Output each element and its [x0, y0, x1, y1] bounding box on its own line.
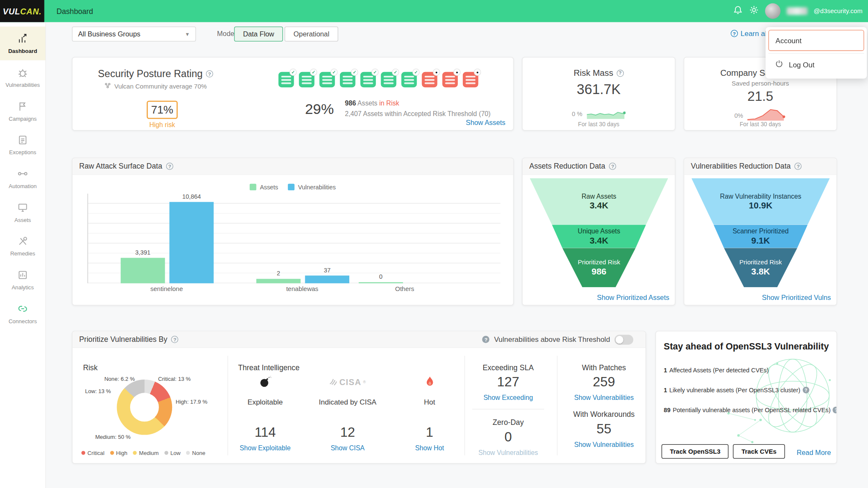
legend-swatch-vulnerabilities	[288, 184, 295, 191]
security-score: 71%	[147, 101, 178, 119]
main-content: All Business Groups ▼ Mode Data Flow Ope…	[46, 22, 868, 488]
bar-vulnerabilities: 10,864	[170, 202, 214, 283]
help-icon[interactable]: ?	[617, 69, 624, 77]
menu-item-logout[interactable]: Log Out	[768, 54, 864, 76]
chart-legend: Assets Vulnerabilities	[72, 184, 513, 191]
sidebar-item-campaigns[interactable]: Campaigns	[0, 94, 45, 128]
user-avatar[interactable]	[765, 3, 781, 19]
topbar-actions: @d3security.com	[733, 3, 868, 19]
funnel-segment-raw: Raw Assets3.4K	[530, 178, 668, 225]
risk-mass-value: 361.7K	[523, 81, 675, 97]
notifications-bell-icon[interactable]	[733, 5, 743, 17]
logo-text: VUL	[3, 6, 20, 16]
show-cisa-link[interactable]: Show CISA	[312, 444, 384, 452]
donut-callout-low: Low: 13 %	[85, 388, 111, 394]
link-icon	[17, 303, 28, 315]
help-icon[interactable]: ?	[171, 336, 178, 343]
community-icon	[104, 82, 111, 90]
risk-mass-trend: 0 %	[523, 106, 675, 122]
asset-ok-icon: ✓	[401, 72, 417, 88]
category-label: Others	[356, 286, 453, 292]
donut-callout-critical: Critical: 13 %	[158, 376, 191, 382]
community-average: Vulcan Community average 70%	[83, 82, 228, 90]
show-hot-link[interactable]: Show Hot	[394, 444, 466, 452]
flame-icon	[394, 374, 466, 390]
mode-data-flow-button[interactable]: Data Flow	[234, 27, 283, 42]
business-group-select[interactable]: All Business Groups ▼	[72, 27, 196, 42]
risk-threshold-toggle[interactable]	[615, 335, 633, 345]
user-email: @d3security.com	[814, 8, 862, 14]
section-divider	[557, 356, 557, 455]
donut-callout-high: High: 17.9 %	[176, 399, 208, 405]
show-exceeding-link[interactable]: Show Exceeding	[467, 394, 550, 402]
mode-operational-button[interactable]: Operational	[285, 27, 338, 42]
help-icon[interactable]: ?	[833, 407, 837, 413]
redacted-username	[787, 7, 808, 15]
bomb-icon	[229, 374, 301, 390]
automation-nodes-icon	[17, 168, 28, 180]
saved-hours-label: Saved person-hours	[684, 80, 836, 87]
help-icon[interactable]: ?	[803, 387, 810, 394]
security-posture-card: Security Posture Rating ? Vulcan Communi…	[72, 57, 514, 131]
vulcan-logo[interactable]: VULCAN.	[0, 0, 44, 22]
zero-day-count: 0	[467, 430, 550, 445]
card-title: Risk Mass?	[523, 68, 675, 78]
openssl-actions: Track OpenSSL3 Track CVEs	[662, 444, 785, 459]
risk-mass-card: Risk Mass? 361.7K 0 % For last 30 days	[522, 57, 676, 131]
show-assets-link[interactable]: Show Assets	[466, 119, 505, 127]
help-icon[interactable]: ?	[795, 163, 802, 170]
sidebar-item-connectors[interactable]: Connectors	[0, 297, 45, 330]
track-cves-button[interactable]: Track CVEs	[733, 444, 785, 459]
hot-count: 1	[394, 424, 466, 440]
filter-toolbar: All Business Groups ▼ Mode Data Flow Ope…	[46, 22, 868, 46]
settings-gear-icon[interactable]	[749, 5, 759, 17]
asset-ok-icon: ✓	[278, 72, 294, 88]
show-zeroday-link[interactable]: Show Vulnerabilities	[467, 449, 550, 456]
show-workarounds-link[interactable]: Show Vulnerabilities	[562, 441, 645, 449]
asset-ok-icon: ✓	[381, 72, 397, 88]
monitor-icon	[17, 202, 28, 214]
help-icon[interactable]: ?	[206, 70, 213, 78]
threat-exploitable: Exploitable 114 Show Exploitable	[229, 374, 301, 457]
asset-risk-icon: ●	[442, 72, 458, 88]
funnel-segment-scanner: Scanner Prioritized9.1K	[691, 225, 830, 248]
sidebar-item-vulnerabilities[interactable]: Vulnerabilities	[0, 60, 45, 94]
vulcan-dashboard: VULCAN. Dashboard @d3security.com Accoun…	[0, 0, 868, 488]
section-divider	[465, 356, 465, 455]
read-more-link[interactable]: Read More	[797, 449, 831, 456]
sidebar-item-remedies[interactable]: Remedies	[0, 229, 45, 263]
bar-vulnerabilities: 37	[305, 275, 349, 283]
sidebar-item-assets[interactable]: Assets	[0, 195, 45, 229]
track-openssl3-button[interactable]: Track OpenSSL3	[662, 444, 729, 459]
asset-risk-icon: ●	[422, 72, 437, 88]
sidebar-item-dashboard[interactable]: Dashboard	[0, 27, 45, 61]
prioritize-card: Prioritize Vulnerabilities By? ? Vulnera…	[72, 331, 646, 463]
show-prioritized-assets-link[interactable]: Show Prioritized Assets	[597, 294, 670, 302]
divider	[472, 409, 544, 409]
help-icon[interactable]: ?	[166, 163, 173, 170]
mode-label: Mode	[217, 30, 234, 38]
sidebar-item-automation[interactable]: Automation	[0, 161, 45, 195]
show-exploitable-link[interactable]: Show Exploitable	[229, 444, 301, 452]
help-icon[interactable]: ?	[609, 163, 616, 170]
document-icon	[17, 134, 28, 147]
legend-swatch-assets	[250, 184, 257, 191]
sidebar-item-exceptions[interactable]: Exceptions	[0, 128, 45, 162]
flag-icon	[17, 100, 28, 113]
raw-attack-surface-card: Raw Attack Surface Data? Assets Vulnerab…	[72, 158, 514, 305]
openssl-stat-line: 1Affected Assets (Per detected CVEs)	[664, 367, 769, 374]
exploitable-count: 114	[229, 424, 301, 440]
bug-icon	[17, 67, 28, 79]
period-label: For last 30 days	[684, 121, 836, 128]
risk-donut	[117, 380, 172, 435]
help-icon[interactable]: ?	[482, 336, 490, 343]
funnel-segment-raw: Raw Vulnerability Instances10.9K	[691, 178, 830, 225]
bar-assets: 3,391	[121, 258, 165, 283]
menu-item-account[interactable]: Account	[768, 30, 864, 51]
asset-ok-icon: ✓	[340, 72, 356, 88]
risk-level-label: High risk	[130, 121, 195, 129]
show-patches-link[interactable]: Show Vulnerabilities	[562, 394, 645, 402]
sidebar-item-analytics[interactable]: Analytics	[0, 263, 45, 297]
risk-legend: Critical High Medium Low None	[81, 450, 206, 456]
show-prioritized-vulns-link[interactable]: Show Prioritized Vulns	[762, 294, 831, 302]
